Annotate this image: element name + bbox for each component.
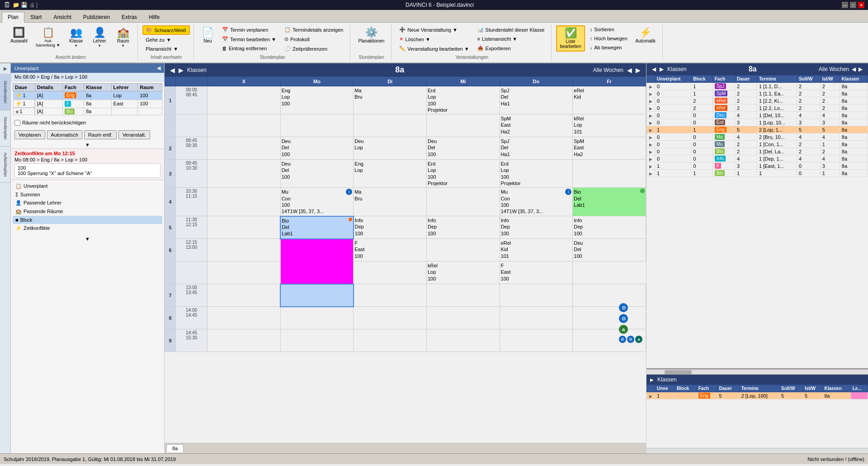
nav-summen[interactable]: Σ Summen (13, 190, 162, 199)
indicator-1[interactable]: ⊙ (619, 336, 626, 343)
automatik-icon: ⚡ (639, 28, 651, 38)
checkbox-section: Räume nicht berücksichtigen (11, 117, 164, 128)
table-row[interactable]: ▶ 0 2 kRel 2 1 [2.2, Lo... 2 2 8a (647, 105, 868, 112)
sidebar-aufsichtsplan[interactable]: Aufsichtsplan (0, 147, 10, 183)
btn-neu[interactable]: 📄 Neu (198, 25, 217, 46)
conflict-subtitle: Mo 08:00 > Eng / 8a > Lop > 100 (14, 157, 160, 162)
right-panel-header-bottom: ▶ Klassen (646, 375, 868, 385)
btn-ab-bewegen[interactable]: ↓ Ab bewegen (587, 43, 631, 52)
btn-klasse[interactable]: 👥 Klasse ▼ (65, 25, 87, 50)
nav-zeitkonflikte[interactable]: ⚡ Zeitkonflikte (13, 224, 162, 233)
btn-veranstaltung-bearbeiten[interactable]: ✏️ Veranstaltung bearbeiten ▼ (396, 44, 472, 53)
table-row[interactable]: ▶ 0 0 Erd 3 1 [Lop, 10... 3 3 8a (647, 119, 868, 126)
table-row[interactable]: ▶ 1 1 Eng 5 2 [Lop, 1... 5 5 8a (647, 126, 868, 133)
dropdown-arrow[interactable]: ▼ (11, 141, 164, 148)
btn-liste-bearbeiten[interactable]: ✅ Listebearbeiten (556, 25, 585, 52)
close-btn[interactable]: ✕ (858, 2, 864, 8)
timetable-week-prev[interactable]: ◀ (627, 67, 632, 74)
tab-publizieren[interactable]: Publizieren (77, 12, 116, 22)
table-row[interactable]: ▶ 1 0 F 3 1 [East, 1... 0 3 8a (647, 162, 868, 170)
btn-protokoll[interactable]: ⊙ Protokoll (281, 35, 347, 43)
right-next-btn[interactable]: ▶ (660, 66, 664, 72)
nav-unverplant[interactable]: 📋 Unverplant (13, 182, 162, 190)
indicator-3[interactable]: a (635, 336, 642, 343)
btn-lehrer[interactable]: 👤 Lehrer ▼ (89, 25, 110, 50)
table-row[interactable]: ⚡ 1 [A] Eng 8a Lop 100 (13, 91, 162, 100)
table-row[interactable]: ▶ 0 0 Mu 2 1 [Con, 1... 2 1 8a (647, 141, 868, 148)
table-row[interactable]: ▶ 0 1 SpM 2 1 [1.1, Ea... 2 2 8a (647, 90, 868, 97)
btn-gehe-zu[interactable]: Gehe zu ▼ (142, 36, 190, 44)
raeume-checkbox[interactable] (14, 120, 20, 126)
table-row[interactable]: ◆ 1 [A] Bio 8a (13, 108, 162, 115)
table-row[interactable]: ▶ 0 0 Bio 2 1 [Del, La... 2 2 8a (647, 148, 868, 155)
btn-veranstalt[interactable]: Veranstalt. (118, 130, 150, 139)
tab-start[interactable]: Start (24, 12, 47, 22)
btn-termindetails[interactable]: 📋 Termindetails anzeigen (281, 25, 347, 34)
btn-raum-entf[interactable]: Raum entf. (84, 130, 117, 139)
right-prev-btn[interactable]: ◀ (652, 66, 656, 72)
left-panel-header[interactable]: Unverplant ◀ (11, 63, 164, 73)
ribbon-group-ansicht: 🔲 Auswahl 📋 AusSammlung ▼ 👥 Klasse ▼ 👤 L… (4, 24, 138, 61)
btn-zeitpraeferenzen[interactable]: 🕐 Zeitpräferenzen (281, 44, 347, 53)
right-scrollbar[interactable] (646, 369, 868, 375)
btn-loeschen[interactable]: ✕ Löschen ▼ (396, 35, 472, 43)
right-week-prev[interactable]: ◀ (852, 66, 856, 72)
table-row[interactable]: ⚡ 1 [A] F 8a East 100 (13, 100, 162, 108)
left-panel-collapse[interactable]: ◀ (157, 65, 160, 71)
scroll-green-btn[interactable]: a (619, 325, 628, 334)
btn-exportieren[interactable]: 📤 Exportieren (474, 44, 548, 52)
table-row[interactable]: ▶ 0 0 Deu 4 1 [Del, 10... 4 4 8a (647, 112, 868, 119)
table-row[interactable]: ▶ 0 0 Info 4 1 [Dep, 1... 4 4 8a (647, 155, 868, 162)
btn-verplanen[interactable]: Verplanen (14, 130, 45, 139)
right-bottom-table: Unve Block Fach Dauer Termine Soll/W Ist… (646, 385, 868, 399)
btn-automatik[interactable]: ⚡ Automatik (632, 25, 659, 46)
timetable-grid: X Mo Di Mi Do Fr 1 08:0008:45 EngLop100 (165, 76, 646, 443)
timetable-next-btn[interactable]: ▶ (179, 67, 184, 74)
nav-block[interactable]: ■ Block (13, 216, 162, 224)
minimize-btn[interactable]: — (842, 2, 848, 8)
btn-listenansicht[interactable]: ≡ Listenansicht ▼ (474, 35, 548, 43)
sidebar-stundenplan-1[interactable]: Stundenplan (0, 74, 10, 110)
scroll-center-btn[interactable]: ⊙ (619, 314, 628, 323)
maximize-btn[interactable]: □ (850, 2, 856, 8)
table-row[interactable]: ▶ 1 Eng 5 2 [Lop, 100] 5 5 8a (647, 392, 868, 399)
block-icon: ■ (15, 217, 19, 223)
right-week-next[interactable]: ▶ (859, 66, 863, 72)
btn-eintrag-entfernen[interactable]: 🗑 Eintrag entfernen (219, 44, 279, 52)
timetable-prev-btn[interactable]: ◀ (170, 67, 175, 74)
btn-aus-sammlung[interactable]: 📋 AusSammlung ▼ (33, 25, 63, 50)
btn-planaktionen[interactable]: ⚙️ Planaktionen (355, 25, 387, 46)
right-bottom-scrollbar[interactable] (646, 448, 868, 453)
scroll-up-btn[interactable]: ⊙ (619, 303, 628, 312)
sidebar-stundenplan-2[interactable]: Stundenplan (0, 110, 10, 147)
timetable-week-next[interactable]: ▶ (636, 67, 641, 74)
table-row[interactable]: ▶ 1 1 Bio 1 1 0 1 8a (647, 170, 868, 177)
tab-8a[interactable]: 8a (166, 444, 184, 452)
status-bar: Schuljahr 2018/2019, Planausgabe 1, Gült… (0, 453, 868, 464)
btn-automatisch[interactable]: Automatisch (47, 130, 83, 139)
nav-passende-raeume[interactable]: 🏫 Passende Räume (13, 207, 162, 216)
btn-raum[interactable]: 🏫 Raum ▼ (112, 25, 134, 50)
table-row[interactable]: ▶ 0 0 Ma 4 2 [Bru, 10... 4 4 8a (647, 133, 868, 141)
btn-hoch-bewegen[interactable]: ↑ Hoch bewegen (587, 34, 631, 43)
table-row[interactable]: ▶ 0 1 SpJ 2 1 [1.1, D... 2 2 8a (647, 83, 868, 90)
btn-neue-veranstaltung[interactable]: ➕ Neue Veranstaltung ▼ (396, 25, 472, 34)
btn-termin-bearbeiten[interactable]: 📅 Termin bearbeiten ▼ (219, 35, 279, 43)
tab-extras[interactable]: Extras (116, 12, 143, 22)
indicator-2[interactable]: ⊙ (627, 336, 634, 343)
nav-passende-lehrer[interactable]: 👤 Passende Lehrer (13, 199, 162, 207)
right-bottom-expand[interactable]: ▶ (650, 377, 654, 382)
btn-termin-verplanen[interactable]: 📅 Termin verplanen (219, 25, 279, 34)
btn-sortieren[interactable]: ↕ Sortieren (587, 25, 631, 33)
btn-auswahl[interactable]: 🔲 Auswahl (7, 25, 31, 46)
tab-hilfe[interactable]: Hilfe (143, 12, 165, 22)
tab-ansicht[interactable]: Ansicht (47, 12, 77, 22)
window-controls[interactable]: — □ ✕ (842, 2, 864, 8)
nav-more-arrow[interactable]: ▼ (11, 234, 164, 243)
btn-schwarz-weiss[interactable]: 🎨 Schwarz/Weiß (142, 25, 190, 35)
table-row[interactable]: ▶ 0 2 eRel 2 1 [2.2, Ki... 2 2 8a (647, 97, 868, 105)
btn-planansicht[interactable]: Planansicht ▼ (142, 45, 190, 53)
btn-stundentafel[interactable]: 📊 Stundentafel dieser Klasse (474, 25, 548, 34)
tab-plan[interactable]: Plan (2, 12, 24, 23)
sidebar-toggle[interactable]: ▶ (0, 63, 10, 74)
